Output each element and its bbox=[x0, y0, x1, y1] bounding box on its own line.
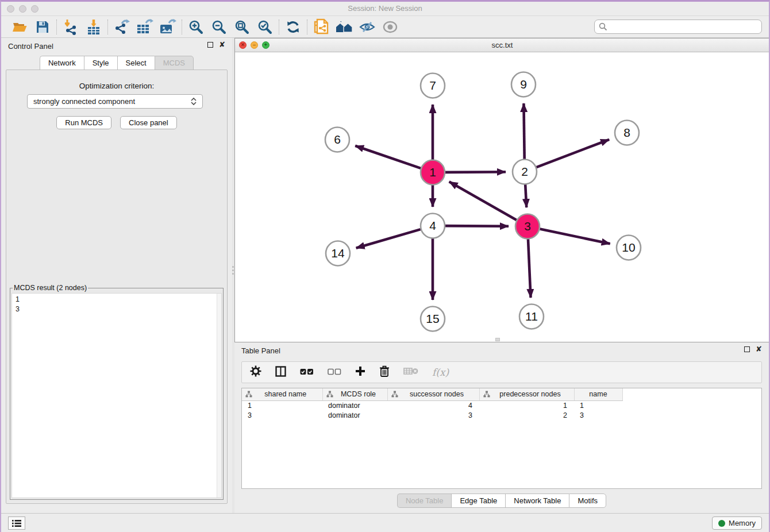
function-builder-button-disabled: f(x) bbox=[432, 367, 449, 378]
memory-button[interactable]: Memory bbox=[712, 516, 762, 530]
search-icon bbox=[599, 22, 607, 31]
column-header-label: successor nodes bbox=[398, 390, 476, 398]
trash-icon bbox=[379, 365, 390, 377]
network-canvas[interactable]: 7968124314101511 bbox=[235, 52, 769, 342]
close-panel-button[interactable]: Close panel bbox=[120, 116, 177, 129]
tree-hierarchy-icon bbox=[326, 391, 333, 398]
delete-row-button[interactable] bbox=[379, 365, 390, 379]
task-history-button[interactable] bbox=[8, 516, 25, 530]
status-bar: Memory bbox=[1, 513, 769, 532]
toolbar-separator bbox=[307, 20, 307, 34]
toolbar-separator bbox=[107, 20, 108, 34]
table-cell[interactable]: 3 bbox=[242, 410, 322, 420]
graph-edge-2-8[interactable] bbox=[537, 140, 610, 167]
table-cell[interactable]: 4 bbox=[387, 400, 479, 410]
graph-node-label-1: 1 bbox=[429, 165, 436, 179]
app-title: Session: New Session bbox=[1, 4, 769, 13]
network-file-button[interactable] bbox=[310, 18, 333, 36]
import-table-button[interactable] bbox=[82, 18, 105, 36]
zoom-selected-button[interactable] bbox=[253, 18, 276, 36]
table-cell[interactable]: 1 bbox=[242, 400, 322, 410]
control-panel-tabs: NetworkStyleSelectMCDS bbox=[1, 56, 232, 70]
refresh-button[interactable] bbox=[282, 18, 305, 36]
open-file-button[interactable] bbox=[8, 18, 31, 36]
graph-node-label-6: 6 bbox=[334, 133, 341, 146]
graph-edge-2-9[interactable] bbox=[523, 103, 524, 159]
deselect-all-button[interactable] bbox=[328, 367, 341, 377]
table-panel-header: Table Panel ✘ bbox=[234, 342, 769, 358]
column-header-label: MCDS role bbox=[333, 390, 384, 398]
column-header-name[interactable]: name bbox=[574, 388, 622, 400]
graph-edge-2-3[interactable] bbox=[525, 184, 526, 207]
graph-edge-3-10[interactable] bbox=[540, 229, 610, 244]
close-panel-icon[interactable]: ✘ bbox=[219, 42, 225, 48]
zoom-fit-icon bbox=[234, 20, 249, 34]
hide-button[interactable] bbox=[356, 18, 379, 36]
column-header-predecessor-nodes[interactable]: predecessor nodes bbox=[479, 388, 574, 400]
graph-edge-1-2[interactable] bbox=[445, 172, 506, 172]
tab-network-table[interactable]: Network Table bbox=[505, 494, 569, 508]
mcds-result-text[interactable]: 1 3 bbox=[12, 294, 221, 315]
home-button[interactable] bbox=[333, 18, 356, 36]
criterion-dropdown[interactable]: strongly connected component bbox=[27, 94, 203, 109]
graph-edge-3-1[interactable] bbox=[449, 182, 517, 220]
zoom-fit-button[interactable] bbox=[230, 18, 253, 36]
search-input[interactable] bbox=[610, 22, 757, 31]
column-layout-button[interactable] bbox=[275, 366, 286, 379]
canvas-resize-grip[interactable] bbox=[495, 338, 500, 341]
tab-select[interactable]: Select bbox=[117, 56, 155, 70]
gear-icon bbox=[250, 365, 261, 377]
zoom-in-button[interactable] bbox=[184, 18, 207, 36]
tree-hierarchy-icon bbox=[245, 391, 252, 398]
zoom-out-button[interactable] bbox=[207, 18, 230, 36]
graph-node-label-2: 2 bbox=[521, 165, 528, 178]
run-mcds-button[interactable]: Run MCDS bbox=[56, 116, 111, 129]
graph-edge-4-3[interactable] bbox=[445, 226, 509, 226]
settings-gear-button[interactable] bbox=[250, 365, 261, 379]
add-row-button[interactable] bbox=[355, 366, 365, 379]
export-network-button[interactable] bbox=[110, 18, 133, 36]
graph-edge-1-6[interactable] bbox=[355, 146, 421, 168]
float-table-panel-icon[interactable] bbox=[744, 346, 750, 352]
tab-network[interactable]: Network bbox=[40, 56, 84, 70]
tab-edge-table[interactable]: Edge Table bbox=[451, 494, 505, 508]
columns-icon bbox=[275, 366, 286, 377]
table-cell[interactable]: dominator bbox=[322, 410, 387, 420]
column-header-label: name bbox=[578, 390, 619, 398]
table-row[interactable]: 3dominator323 bbox=[242, 410, 622, 420]
criterion-dropdown-value: strongly connected component bbox=[33, 97, 135, 106]
table-row[interactable]: 1dominator411 bbox=[242, 400, 622, 410]
tab-node-table[interactable]: Node Table bbox=[397, 494, 452, 508]
float-panel-icon[interactable] bbox=[207, 42, 213, 48]
tab-mcds[interactable]: MCDS bbox=[155, 56, 194, 70]
table-cell[interactable]: 1 bbox=[574, 400, 622, 410]
control-panel-header: Control Panel ✘ bbox=[1, 38, 232, 54]
optimization-criterion-label: Optimization criterion: bbox=[6, 82, 227, 90]
import-network-icon bbox=[63, 19, 78, 35]
result-scrollbar[interactable] bbox=[217, 294, 221, 498]
table-cell[interactable]: 2 bbox=[479, 410, 574, 420]
zoom-selected-icon bbox=[257, 20, 272, 34]
close-table-panel-icon[interactable]: ✘ bbox=[756, 346, 762, 352]
export-table-button[interactable] bbox=[133, 18, 156, 36]
tab-style[interactable]: Style bbox=[84, 56, 117, 70]
tab-motifs[interactable]: Motifs bbox=[569, 494, 606, 508]
column-header-shared-name[interactable]: shared name bbox=[242, 388, 322, 400]
open-folder-icon bbox=[12, 20, 28, 34]
save-session-button[interactable] bbox=[31, 18, 54, 36]
export-image-button[interactable] bbox=[156, 18, 179, 36]
table-cell[interactable]: 3 bbox=[387, 410, 479, 420]
column-header-MCDS-role[interactable]: MCDS role bbox=[322, 388, 387, 400]
select-all-button[interactable] bbox=[300, 367, 314, 377]
import-network-button[interactable] bbox=[59, 18, 82, 36]
column-header-successor-nodes[interactable]: successor nodes bbox=[387, 388, 479, 400]
table-panel: Table Panel ✘ bbox=[234, 342, 769, 513]
search-box[interactable] bbox=[594, 20, 762, 34]
network-window: ✕ – + scc.txt 7968124314101511 bbox=[234, 38, 770, 342]
graph-edge-4-14[interactable] bbox=[356, 229, 421, 248]
graph-node-label-10: 10 bbox=[622, 241, 635, 254]
graph-edge-3-11[interactable] bbox=[528, 239, 531, 298]
table-cell[interactable]: 1 bbox=[479, 400, 574, 410]
table-cell[interactable]: dominator bbox=[322, 400, 387, 410]
table-cell[interactable]: 3 bbox=[574, 410, 622, 420]
